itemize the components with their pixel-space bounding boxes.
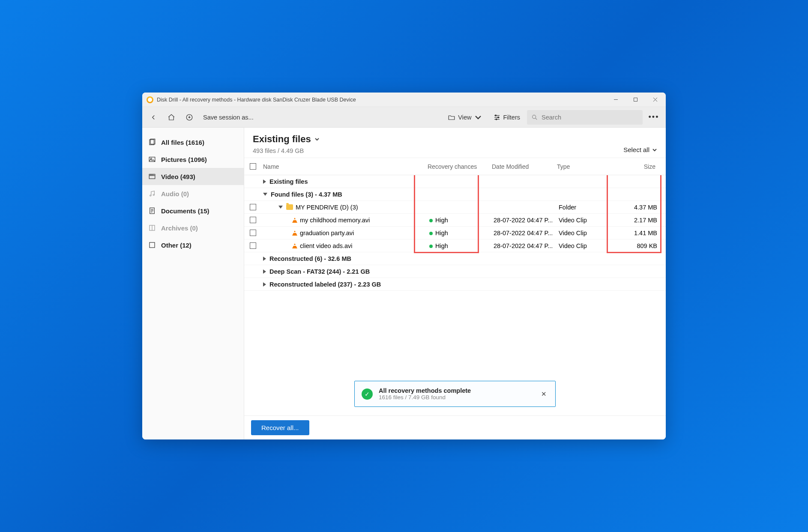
col-size[interactable]: Size [613, 163, 664, 170]
collapse-icon[interactable] [278, 206, 283, 209]
sidebar-item-label: Documents (15) [161, 207, 209, 215]
row-checkbox[interactable] [250, 217, 256, 223]
expand-icon[interactable] [263, 257, 266, 261]
status-dot-high [429, 219, 433, 222]
file-name: client video ads.avi [300, 242, 353, 249]
expand-icon[interactable] [263, 269, 266, 274]
sidebar-archives[interactable]: Archives (0) [142, 219, 244, 236]
sidebar-item-label: Audio (0) [161, 190, 189, 197]
search-box[interactable] [527, 110, 643, 125]
col-type[interactable]: Type [557, 163, 613, 170]
window-controls [606, 93, 665, 107]
size-cell: 4.37 MB [614, 204, 666, 211]
notification-close-button[interactable]: ✕ [539, 389, 548, 399]
page-title: Existing files [253, 134, 311, 145]
sidebar-all-files[interactable]: All files (1616) [142, 134, 244, 151]
type-cell: Video Clip [559, 242, 614, 249]
group-reconstructed-labeled[interactable]: Reconstructed labeled (237) - 2.23 GB [244, 278, 666, 291]
row-checkbox[interactable] [250, 242, 256, 249]
sidebar-pictures[interactable]: Pictures (1096) [142, 151, 244, 168]
filters-button[interactable]: Filters [489, 111, 524, 124]
col-name[interactable]: Name [261, 163, 428, 170]
svg-rect-30 [150, 242, 155, 248]
sidebar-audio[interactable]: Audio (0) [142, 185, 244, 202]
status-dot-high [429, 245, 433, 248]
sidebar-documents[interactable]: Documents (15) [142, 202, 244, 219]
date-cell: 28-07-2022 04:47 P... [494, 242, 559, 249]
more-button[interactable]: ••• [645, 110, 662, 125]
col-recovery[interactable]: Recovery chances [428, 163, 492, 170]
documents-icon [148, 207, 156, 215]
search-input[interactable] [542, 114, 638, 121]
svg-rect-17 [149, 174, 155, 179]
file-tree[interactable]: Existing files Found files (3) - 4.37 MB [244, 175, 666, 415]
recovery-label: High [435, 217, 448, 224]
table-header: Name Recovery chances Date Modified Type… [244, 158, 666, 175]
folder-name: MY PENDRIVE (D) (3) [296, 204, 358, 211]
group-reconstructed[interactable]: Reconstructed (6) - 32.6 MB [244, 252, 666, 265]
sidebar: All files (1616) Pictures (1096) Video (… [142, 128, 244, 439]
file-row[interactable]: client video ads.avi High 28-07-2022 04:… [244, 239, 666, 252]
group-found[interactable]: Found files (3) - 4.37 MB [244, 188, 666, 201]
sidebar-other[interactable]: Other (12) [142, 236, 244, 254]
chevron-down-icon [474, 114, 482, 121]
notification-subtitle: 1616 files / 7.49 GB found [379, 394, 533, 400]
app-icon [147, 96, 153, 103]
home-button[interactable] [164, 110, 179, 125]
files-icon [148, 138, 156, 146]
chevron-down-icon [314, 137, 320, 142]
expand-icon[interactable] [263, 282, 266, 287]
folder-icon [448, 114, 455, 121]
type-cell: Video Clip [559, 217, 614, 224]
close-button[interactable] [645, 93, 665, 107]
select-all-label: Select all [623, 146, 649, 153]
svg-point-23 [153, 194, 154, 196]
recovery-label: High [435, 242, 448, 249]
select-all-button[interactable]: Select all [623, 146, 657, 153]
window-title: Disk Drill - All recovery methods - Hard… [157, 97, 606, 103]
size-cell: 2.17 MB [614, 217, 666, 224]
sidebar-video[interactable]: Video (493) [142, 168, 244, 185]
video-file-icon [292, 243, 297, 248]
sidebar-item-label: Video (493) [161, 173, 195, 180]
success-icon: ✓ [362, 389, 373, 400]
size-cell: 809 KB [614, 242, 666, 249]
footer: Recover all... [244, 415, 666, 439]
svg-point-10 [496, 119, 497, 120]
svg-rect-1 [634, 98, 637, 102]
group-existing[interactable]: Existing files [244, 175, 666, 188]
col-date[interactable]: Date Modified [492, 163, 557, 170]
maximize-button[interactable] [625, 93, 645, 107]
recover-all-button[interactable]: Recover all... [251, 420, 309, 435]
video-icon [148, 173, 156, 180]
minimize-button[interactable] [606, 93, 625, 107]
app-window: Disk Drill - All recovery methods - Hard… [142, 93, 666, 439]
view-dropdown[interactable]: View [443, 111, 486, 124]
save-session-button[interactable]: Save session as... [200, 114, 257, 121]
group-deep-scan[interactable]: Deep Scan - FAT32 (244) - 2.21 GB [244, 265, 666, 278]
video-file-icon [292, 230, 297, 236]
toolbar: Save session as... View Filters ••• [142, 107, 666, 128]
collapse-icon[interactable] [263, 193, 267, 196]
row-checkbox[interactable] [250, 204, 256, 210]
file-name: my childhood memory.avi [300, 217, 370, 224]
folder-row-pendrive[interactable]: MY PENDRIVE (D) (3) Folder 4.37 MB [244, 201, 666, 214]
body: All files (1616) Pictures (1096) Video (… [142, 128, 666, 439]
row-checkbox[interactable] [250, 230, 256, 236]
main-title-dropdown[interactable]: Existing files [253, 134, 657, 145]
main: Existing files 493 files / 4.49 GB Selec… [244, 128, 666, 439]
group-label: Found files (3) - 4.37 MB [271, 191, 342, 198]
sidebar-item-label: Other (12) [161, 242, 192, 249]
file-row[interactable]: graduation party.avi High 28-07-2022 04:… [244, 227, 666, 239]
save-icon[interactable] [182, 110, 197, 125]
select-all-checkbox[interactable] [250, 163, 256, 170]
notification-toast: ✓ All recovery methods complete 1616 fil… [354, 381, 556, 407]
file-row[interactable]: my childhood memory.avi High 28-07-2022 … [244, 214, 666, 227]
back-button[interactable] [146, 110, 161, 125]
svg-point-22 [150, 195, 151, 196]
file-name: graduation party.avi [300, 230, 354, 236]
date-cell: 28-07-2022 04:47 P... [494, 230, 559, 236]
type-cell: Folder [559, 204, 614, 211]
sidebar-item-label: Pictures (1096) [161, 156, 207, 163]
expand-icon[interactable] [263, 179, 266, 184]
